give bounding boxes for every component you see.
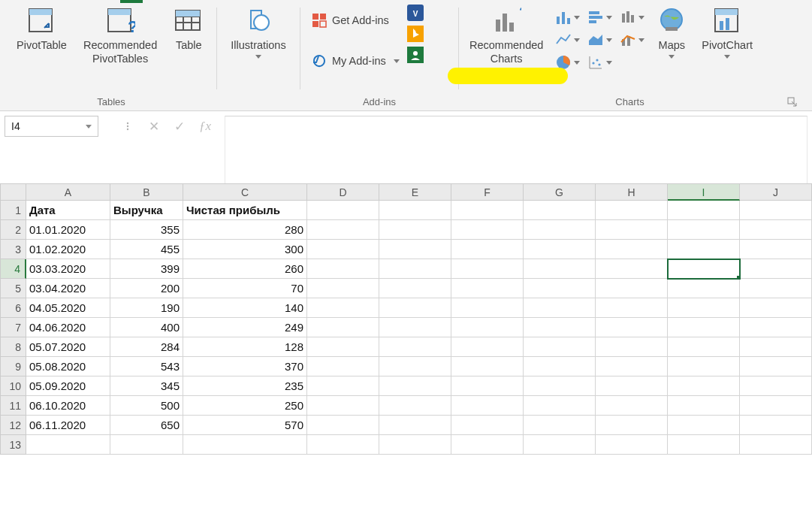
illustrations-button[interactable]: Illustrations bbox=[228, 3, 288, 59]
cell-I5[interactable] bbox=[668, 279, 740, 298]
cell-E5[interactable] bbox=[379, 279, 451, 298]
cell-D13[interactable] bbox=[307, 435, 379, 455]
cell-G11[interactable] bbox=[524, 396, 596, 416]
cell-H5[interactable] bbox=[596, 279, 668, 298]
cell-F9[interactable] bbox=[451, 357, 524, 376]
cell-F6[interactable] bbox=[451, 298, 524, 318]
cell-E10[interactable] bbox=[379, 376, 451, 396]
cell-B9[interactable]: 543 bbox=[110, 357, 183, 376]
cell-A13[interactable] bbox=[26, 435, 110, 455]
cell-J13[interactable] bbox=[740, 435, 812, 455]
cell-H3[interactable] bbox=[596, 240, 668, 259]
my-addins-button[interactable]: My Add-ins bbox=[308, 50, 403, 72]
combo-chart-button[interactable] bbox=[620, 30, 644, 50]
cell-A12[interactable]: 06.11.2020 bbox=[26, 416, 110, 435]
col-header-G[interactable]: G bbox=[524, 183, 596, 201]
cell-E9[interactable] bbox=[379, 357, 451, 376]
col-header-D[interactable]: D bbox=[307, 183, 379, 201]
col-header-J[interactable]: J bbox=[740, 183, 812, 201]
row-header-7[interactable]: 7 bbox=[0, 318, 26, 337]
cell-C3[interactable]: 300 bbox=[183, 240, 307, 259]
cell-J10[interactable] bbox=[740, 376, 812, 396]
cell-I3[interactable] bbox=[668, 240, 740, 259]
name-box[interactable]: I4 bbox=[5, 116, 98, 137]
cell-D11[interactable] bbox=[307, 396, 379, 416]
cell-A9[interactable]: 05.08.2020 bbox=[26, 357, 110, 376]
col-header-F[interactable]: F bbox=[451, 183, 524, 201]
cell-I9[interactable] bbox=[668, 357, 740, 376]
table-button[interactable]: Table bbox=[171, 3, 207, 52]
cell-A3[interactable]: 01.02.2020 bbox=[26, 240, 110, 259]
insert-function-button[interactable]: ƒx bbox=[195, 118, 216, 135]
cell-H7[interactable] bbox=[596, 318, 668, 337]
cell-B13[interactable] bbox=[110, 435, 183, 455]
cell-A10[interactable]: 05.09.2020 bbox=[26, 376, 110, 396]
row-header-3[interactable]: 3 bbox=[0, 240, 26, 259]
cell-D9[interactable] bbox=[307, 357, 379, 376]
cell-I12[interactable] bbox=[668, 416, 740, 435]
cell-J3[interactable] bbox=[740, 240, 812, 259]
cell-A7[interactable]: 04.06.2020 bbox=[26, 318, 110, 337]
cell-B2[interactable]: 355 bbox=[110, 220, 183, 240]
cell-E6[interactable] bbox=[379, 298, 451, 318]
cancel-formula-button[interactable]: ✕ bbox=[143, 118, 165, 135]
cell-D10[interactable] bbox=[307, 376, 379, 396]
cell-E13[interactable] bbox=[379, 435, 451, 455]
row-header-10[interactable]: 10 bbox=[0, 376, 26, 396]
cell-B10[interactable]: 345 bbox=[110, 376, 183, 396]
cell-J7[interactable] bbox=[740, 318, 812, 337]
row-header-5[interactable]: 5 bbox=[0, 279, 26, 298]
cell-J8[interactable] bbox=[740, 337, 812, 357]
cell-B6[interactable]: 190 bbox=[110, 298, 183, 318]
cell-B8[interactable]: 284 bbox=[110, 337, 183, 357]
cell-B5[interactable]: 200 bbox=[110, 279, 183, 298]
cell-I4[interactable] bbox=[668, 259, 740, 279]
cell-A4[interactable]: 03.03.2020 bbox=[26, 259, 110, 279]
cell-A1[interactable]: Дата bbox=[26, 201, 110, 220]
cell-G5[interactable] bbox=[524, 279, 596, 298]
cell-A11[interactable]: 06.10.2020 bbox=[26, 396, 110, 416]
cell-H8[interactable] bbox=[596, 337, 668, 357]
cell-E7[interactable] bbox=[379, 318, 451, 337]
cell-D8[interactable] bbox=[307, 337, 379, 357]
row-header-4[interactable]: 4 bbox=[0, 259, 26, 279]
cell-J12[interactable] bbox=[740, 416, 812, 435]
cell-C10[interactable]: 235 bbox=[183, 376, 307, 396]
people-addin-icon[interactable] bbox=[407, 47, 424, 63]
cell-A6[interactable]: 04.05.2020 bbox=[26, 298, 110, 318]
bing-addin-icon[interactable] bbox=[407, 26, 424, 42]
cell-H13[interactable] bbox=[596, 435, 668, 455]
cell-G12[interactable] bbox=[524, 416, 596, 435]
col-header-I[interactable]: I bbox=[668, 183, 740, 201]
area-chart-button[interactable] bbox=[587, 30, 612, 50]
row-header-1[interactable]: 1 bbox=[0, 201, 26, 220]
cell-E2[interactable] bbox=[379, 220, 451, 240]
select-all-corner[interactable] bbox=[0, 183, 26, 201]
cell-G7[interactable] bbox=[524, 318, 596, 337]
column-chart-button[interactable] bbox=[555, 8, 580, 27]
stock-chart-button[interactable] bbox=[620, 8, 644, 27]
col-header-B[interactable]: B bbox=[110, 183, 183, 201]
cell-J6[interactable] bbox=[740, 298, 812, 318]
cell-I10[interactable] bbox=[668, 376, 740, 396]
col-header-E[interactable]: E bbox=[379, 183, 451, 201]
cell-C12[interactable]: 570 bbox=[183, 416, 307, 435]
cell-B3[interactable]: 455 bbox=[110, 240, 183, 259]
cell-B7[interactable]: 400 bbox=[110, 318, 183, 337]
cell-H11[interactable] bbox=[596, 396, 668, 416]
cell-B4[interactable]: 399 bbox=[110, 259, 183, 279]
cell-A8[interactable]: 05.07.2020 bbox=[26, 337, 110, 357]
row-header-2[interactable]: 2 bbox=[0, 220, 26, 240]
cell-G13[interactable] bbox=[524, 435, 596, 455]
cell-C5[interactable]: 70 bbox=[183, 279, 307, 298]
cell-F3[interactable] bbox=[451, 240, 524, 259]
maps-button[interactable]: Maps bbox=[654, 3, 690, 59]
cell-C6[interactable]: 140 bbox=[183, 298, 307, 318]
cell-G4[interactable] bbox=[524, 259, 596, 279]
cell-E3[interactable] bbox=[379, 240, 451, 259]
cell-F7[interactable] bbox=[451, 318, 524, 337]
pivot-table-button[interactable]: PivotTable bbox=[14, 3, 70, 52]
cell-D12[interactable] bbox=[307, 416, 379, 435]
cell-H9[interactable] bbox=[596, 357, 668, 376]
cell-G6[interactable] bbox=[524, 298, 596, 318]
